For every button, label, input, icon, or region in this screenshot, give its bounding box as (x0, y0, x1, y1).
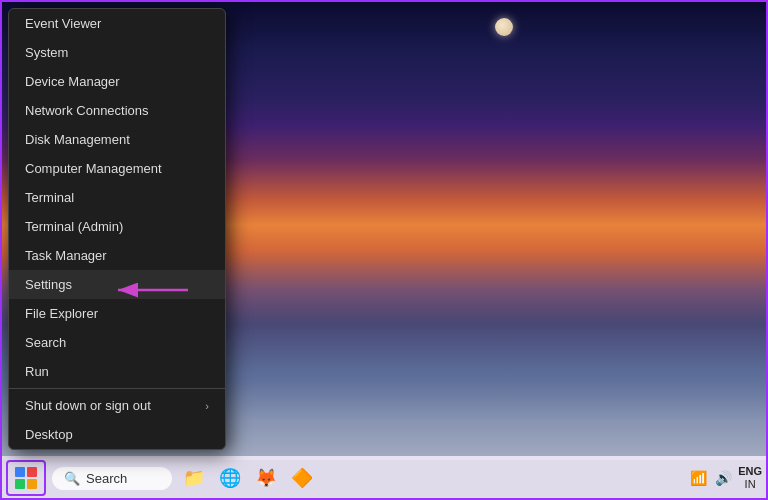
context-menu: Event ViewerSystemDevice ManagerNetwork … (8, 8, 226, 450)
menu-item-task-manager[interactable]: Task Manager (9, 241, 225, 270)
lang-line2: IN (745, 478, 756, 491)
menu-item-label-settings: Settings (25, 277, 72, 292)
start-button[interactable] (6, 460, 46, 496)
menu-item-label-computer-management: Computer Management (25, 161, 162, 176)
menu-item-label-search: Search (25, 335, 66, 350)
tray-icons: 📶 🔊 (690, 470, 732, 486)
menu-item-device-manager[interactable]: Device Manager (9, 67, 225, 96)
menu-item-label-task-manager: Task Manager (25, 248, 107, 263)
menu-item-desktop[interactable]: Desktop (9, 420, 225, 449)
menu-item-label-shut-down: Shut down or sign out (25, 398, 151, 413)
menu-item-terminal-admin[interactable]: Terminal (Admin) (9, 212, 225, 241)
firefox-icon: 🦊 (255, 467, 277, 489)
menu-item-label-event-viewer: Event Viewer (25, 16, 101, 31)
lang-line1: ENG (738, 465, 762, 478)
network-tray-icon: 📶 (690, 470, 707, 486)
firefox-taskbar-icon[interactable]: 🦊 (250, 462, 282, 494)
menu-item-label-network-connections: Network Connections (25, 103, 149, 118)
search-label: Search (86, 471, 127, 486)
menu-item-event-viewer[interactable]: Event Viewer (9, 9, 225, 38)
file-explorer-icon: 📁 (183, 467, 205, 489)
menu-item-label-desktop: Desktop (25, 427, 73, 442)
chrome-taskbar-icon[interactable]: 🌐 (214, 462, 246, 494)
win-quad-br (27, 479, 37, 489)
search-bar[interactable]: 🔍 Search (52, 467, 172, 490)
menu-item-label-file-explorer: File Explorer (25, 306, 98, 321)
system-tray: 📶 🔊 ENG IN (690, 465, 762, 491)
menu-item-file-explorer[interactable]: File Explorer (9, 299, 225, 328)
file-explorer-taskbar-icon[interactable]: 📁 (178, 462, 210, 494)
menu-item-shut-down[interactable]: Shut down or sign out› (9, 391, 225, 420)
win-quad-bl (15, 479, 25, 489)
win-quad-tl (15, 467, 25, 477)
menu-item-label-system: System (25, 45, 68, 60)
taskbar: 🔍 Search 📁 🌐 🦊 🔶 📶 🔊 ENG IN (0, 456, 768, 500)
volume-tray-icon: 🔊 (715, 470, 732, 486)
menu-item-label-disk-management: Disk Management (25, 132, 130, 147)
menu-item-search[interactable]: Search (9, 328, 225, 357)
menu-item-label-run: Run (25, 364, 49, 379)
menu-item-network-connections[interactable]: Network Connections (9, 96, 225, 125)
menu-item-run[interactable]: Run (9, 357, 225, 386)
menu-item-label-terminal: Terminal (25, 190, 74, 205)
submenu-arrow-shut-down: › (205, 400, 209, 412)
menu-item-settings[interactable]: Settings (9, 270, 225, 299)
win-quad-tr (27, 467, 37, 477)
taskbar-icons: 📁 🌐 🦊 🔶 (178, 462, 318, 494)
menu-item-label-terminal-admin: Terminal (Admin) (25, 219, 123, 234)
chrome-icon: 🌐 (219, 467, 241, 489)
menu-divider (9, 388, 225, 389)
windows-logo (15, 467, 37, 489)
language-indicator[interactable]: ENG IN (738, 465, 762, 491)
search-icon: 🔍 (64, 471, 80, 486)
vlc-taskbar-icon[interactable]: 🔶 (286, 462, 318, 494)
menu-item-computer-management[interactable]: Computer Management (9, 154, 225, 183)
menu-item-disk-management[interactable]: Disk Management (9, 125, 225, 154)
menu-item-label-device-manager: Device Manager (25, 74, 120, 89)
vlc-icon: 🔶 (291, 467, 313, 489)
menu-item-terminal[interactable]: Terminal (9, 183, 225, 212)
menu-item-system[interactable]: System (9, 38, 225, 67)
moon (495, 18, 513, 36)
